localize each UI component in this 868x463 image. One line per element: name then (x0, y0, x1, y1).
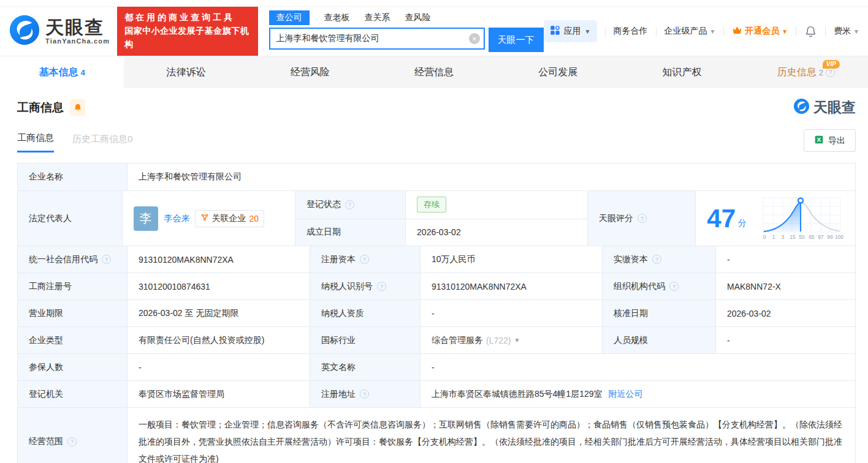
open-membership-menu[interactable]: 开通会员 ▼ (732, 26, 788, 37)
industry-value[interactable]: 综合管理服务 (L722) ▼ (420, 327, 602, 353)
crown-icon (732, 26, 742, 37)
company-name-value: 上海李和餐饮管理有限公司 (127, 164, 855, 190)
page-top-divider (0, 0, 868, 7)
notifications-bell-icon[interactable] (804, 25, 817, 38)
table-row: 经营范围? 一般项目：餐饮管理；企业管理；信息咨询服务（不含许可类信息咨询服务）… (18, 407, 855, 463)
help-icon[interactable]: ? (67, 437, 77, 446)
score-distribution-chart: 0 1 3 15 50 85 97 99 100 (760, 194, 844, 243)
reg-address-cell: 上海市奉贤区奉城镇德胜路85号4幢1层129室 附近公司 (420, 381, 855, 407)
svg-text:97: 97 (818, 234, 824, 240)
field-label: 纳税人资质 (310, 300, 420, 326)
reg-authority-value: 奉贤区市场监督管理局 (127, 381, 310, 407)
field-label: 国标行业 (310, 327, 420, 353)
legal-rep-cell: 李 李会来 关联企业 20 (122, 191, 295, 246)
nearby-companies-link[interactable]: 附近公司 (609, 389, 643, 400)
help-icon[interactable]: ? (345, 200, 354, 209)
field-label: 企业名称 (18, 164, 127, 190)
reg-address-value: 上海市奉贤区奉城镇德胜路85号4幢1层129室 (432, 389, 603, 400)
tab-legal-proceedings[interactable]: 法律诉讼 (124, 56, 248, 88)
help-icon[interactable]: ? (360, 255, 369, 264)
approval-date-value: 2026-03-02 (715, 300, 855, 326)
table-row: 企业类型 有限责任公司(自然人投资或控股) 国标行业 综合管理服务 (L722)… (18, 326, 855, 353)
promo-line-2: 国家中小企业发展子基金旗下机构 (124, 24, 250, 51)
table-row: 登记机关 奉贤区市场监督管理局 注册地址? 上海市奉贤区奉城镇德胜路85号4幢1… (18, 380, 855, 407)
promo-banner: 都在用的商业查询工具 国家中小企业发展子基金旗下机构 (117, 7, 257, 55)
taxpayer-id-value: 91310120MAK8NN72XA (420, 273, 602, 299)
monitor-bell-icon[interactable] (70, 99, 85, 116)
table-row: 统一社会信用代码? 91310120MAK8NN72XA 注册资本? 10万人民… (18, 246, 855, 273)
field-label: 经营范围? (18, 408, 127, 463)
avatar[interactable]: 李 (134, 206, 158, 231)
tab-company-development[interactable]: 公司发展 (496, 56, 620, 88)
field-label: 组织机构代码? (602, 273, 715, 299)
field-label: 天眼评分? (587, 191, 695, 246)
help-icon[interactable]: ? (669, 282, 679, 291)
table-row: 工商注册号 310120010874631 纳税人识别号? 91310120MA… (18, 273, 855, 299)
help-icon[interactable]: ? (638, 214, 647, 223)
staff-size-value: - (715, 327, 855, 353)
search-tab-risk[interactable]: 查风险 (405, 10, 431, 25)
tianyancha-logo-icon (9, 14, 40, 48)
subtab-row: 工商信息 历史工商信息0 导出 (17, 129, 856, 156)
legal-rep-link[interactable]: 李会来 (164, 213, 190, 224)
tab-basic-info[interactable]: 基本信息 4 (0, 56, 124, 88)
tab-history-info[interactable]: 历史信息 2 ? VIP (744, 56, 868, 88)
tab-intellectual-property[interactable]: 知识产权 (620, 56, 744, 88)
tianyan-score-cell: 47 分 (695, 191, 855, 246)
score-unit: 分 (738, 218, 747, 229)
org-network-icon (200, 213, 209, 224)
field-label: 登记状态? (295, 191, 405, 219)
clear-search-icon[interactable]: ✕ (469, 33, 480, 44)
export-button[interactable]: 导出 (804, 129, 856, 152)
brand-name: 天眼查 (45, 18, 110, 37)
business-info-section: 工商信息 天眼查 工商信息 历史工商信息0 (0, 88, 868, 463)
help-icon[interactable]: ? (377, 282, 386, 291)
user-account-menu[interactable]: 费米 ▼ (834, 26, 859, 37)
business-cooperation-link[interactable]: 商务合作 (614, 26, 648, 37)
vip-badge: VIP (823, 60, 840, 69)
svg-text:85: 85 (809, 234, 815, 240)
tab-operating-info[interactable]: 经营信息 (372, 56, 496, 88)
related-companies-badge[interactable]: 关联企业 20 (195, 210, 265, 227)
subtab-business-info[interactable]: 工商信息 (17, 132, 54, 152)
svg-text:100: 100 (835, 234, 843, 240)
chevron-down-icon: ▼ (585, 28, 591, 35)
table-row: 企业名称 上海李和餐饮管理有限公司 (18, 164, 855, 190)
business-scope-value: 一般项目：餐饮管理；企业管理；信息咨询服务（不含许可类信息咨询服务）；互联网销售… (127, 408, 855, 463)
search-tab-company[interactable]: 查公司 (269, 10, 310, 25)
enterprise-products-menu[interactable]: 企业级产品 ▼ (664, 26, 716, 37)
chevron-down-icon: ▼ (853, 28, 859, 35)
field-label: 注册地址? (310, 381, 420, 407)
field-label: 企业类型 (18, 327, 127, 353)
tianyancha-watermark: 天眼查 (793, 98, 856, 117)
help-icon[interactable]: ? (102, 255, 111, 264)
tab-operating-risk[interactable]: 经营风险 (248, 56, 372, 88)
org-code-value: MAK8NN72-X (715, 273, 855, 299)
svg-text:3: 3 (782, 234, 785, 240)
insured-count-value: - (127, 354, 310, 380)
apps-grid-icon (550, 25, 560, 37)
watermark-logo-icon (793, 98, 810, 117)
tianyancha-logo[interactable]: 天眼查 TianYanCha.com (9, 14, 110, 48)
username: 费米 (834, 26, 851, 36)
search-area: 查公司 查老板 查关系 查风险 ✕ 天眼一下 (269, 10, 544, 52)
search-button[interactable]: 天眼一下 (489, 28, 544, 52)
search-tab-boss[interactable]: 查老板 (324, 10, 350, 25)
svg-text:50: 50 (799, 234, 805, 240)
subtab-history-business-info[interactable]: 历史工商信息0 (72, 134, 132, 152)
apps-menu[interactable]: 应用 ▼ (544, 20, 597, 42)
chevron-down-icon: ▼ (709, 28, 715, 35)
help-icon[interactable]: ? (652, 255, 661, 264)
help-icon[interactable]: ? (360, 390, 369, 399)
help-icon[interactable]: ? (826, 68, 835, 77)
field-label: 参保人数 (18, 354, 127, 380)
field-label: 法定代表人 (18, 191, 122, 246)
field-label: 英文名称 (310, 354, 420, 380)
company-type-value: 有限责任公司(自然人投资或控股) (127, 327, 310, 353)
field-label: 纳税人识别号? (310, 273, 420, 299)
business-info-table: 企业名称 上海李和餐饮管理有限公司 法定代表人 李 李会来 关联企业 20 (17, 163, 856, 463)
paid-capital-value: - (715, 246, 855, 273)
search-tab-relation[interactable]: 查关系 (365, 10, 390, 25)
search-input[interactable] (269, 28, 485, 50)
status-badge: 存续 (417, 197, 446, 213)
